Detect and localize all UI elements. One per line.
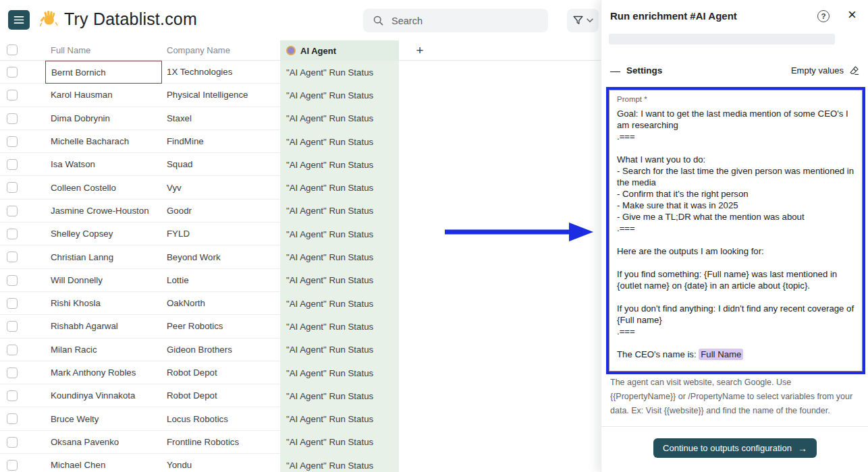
continue-button[interactable]: Continue to outputs configuration →: [653, 438, 817, 458]
company-name-cell[interactable]: Staxel: [162, 107, 280, 130]
full-name-cell[interactable]: Koundinya Vinnakota: [45, 384, 162, 407]
full-name-cell[interactable]: Michelle Bacharach: [45, 130, 162, 153]
company-name-cell[interactable]: Beyond Work: [162, 245, 280, 268]
ai-agent-status-cell[interactable]: "AI Agent" Run Status: [280, 130, 399, 153]
full-name-cell[interactable]: Rishi Khosla: [45, 292, 162, 315]
company-name-cell[interactable]: 1X Technologies: [162, 61, 280, 84]
full-name-cell[interactable]: Karol Hausman: [45, 84, 162, 107]
company-name-cell[interactable]: Yondu: [162, 454, 280, 472]
full-name-cell[interactable]: Bernt Bornich: [45, 61, 162, 84]
ai-agent-status-cell[interactable]: "AI Agent" Run Status: [280, 61, 399, 84]
row-checkbox[interactable]: [7, 206, 18, 216]
row-checkbox[interactable]: [7, 113, 18, 124]
full-name-cell[interactable]: Dima Dobrynin: [45, 107, 162, 130]
company-name-cell[interactable]: Robot Depot: [162, 384, 280, 407]
full-name-cell[interactable]: Rishabh Agarwal: [45, 315, 162, 338]
ai-agent-status-cell[interactable]: "AI Agent" Run Status: [280, 292, 399, 315]
row-checkbox[interactable]: [7, 298, 18, 309]
ai-agent-status-cell[interactable]: "AI Agent" Run Status: [280, 361, 399, 384]
table-row[interactable]: Mark Anthony Robles Robot Depot "AI Agen…: [0, 361, 601, 384]
full-name-cell[interactable]: Shelley Copsey: [45, 223, 162, 245]
row-checkbox[interactable]: [7, 90, 18, 100]
full-name-cell[interactable]: Mark Anthony Robles: [45, 361, 162, 384]
company-name-cell[interactable]: Physical Intelligence: [162, 84, 280, 107]
row-checkbox[interactable]: [7, 229, 18, 239]
table-row[interactable]: Milan Racic Gideon Brothers "AI Agent" R…: [0, 338, 601, 361]
full-name-cell[interactable]: Jasmine Crowe-Houston: [45, 200, 162, 223]
table-row[interactable]: Colleen Costello Vyv "AI Agent" Run Stat…: [0, 176, 601, 199]
ai-agent-status-cell[interactable]: "AI Agent" Run Status: [280, 384, 399, 407]
company-name-cell[interactable]: Frontline Robotics: [162, 431, 280, 454]
company-name-cell[interactable]: Gideon Brothers: [162, 338, 280, 361]
prompt-text[interactable]: Goal: I want to get the last media menti…: [617, 108, 855, 374]
full-name-cell[interactable]: Isa Watson: [45, 153, 162, 176]
company-name-cell[interactable]: FindMine: [162, 130, 280, 153]
ai-agent-status-cell[interactable]: "AI Agent" Run Status: [280, 269, 399, 292]
ai-agent-status-cell[interactable]: "AI Agent" Run Status: [280, 176, 399, 199]
ai-agent-status-cell[interactable]: "AI Agent" Run Status: [280, 338, 399, 361]
table-row[interactable]: Michael Chen Yondu "AI Agent" Run Status: [0, 454, 601, 472]
table-row[interactable]: Oksana Pavenko Frontline Robotics "AI Ag…: [0, 431, 601, 454]
table-row[interactable]: Dima Dobrynin Staxel "AI Agent" Run Stat…: [0, 107, 601, 130]
table-row[interactable]: Michelle Bacharach FindMine "AI Agent" R…: [0, 130, 601, 153]
table-row[interactable]: Bernt Bornich 1X Technologies "AI Agent"…: [0, 61, 601, 84]
table-row[interactable]: Isa Watson Squad "AI Agent" Run Status: [0, 153, 601, 176]
row-checkbox[interactable]: [7, 136, 18, 147]
menu-button[interactable]: [8, 10, 30, 30]
company-name-cell[interactable]: Lottie: [162, 269, 280, 292]
eraser-icon[interactable]: [848, 65, 860, 76]
ai-agent-status-cell[interactable]: "AI Agent" Run Status: [280, 107, 399, 130]
full-name-cell[interactable]: Bruce Welty: [45, 407, 162, 430]
company-name-cell[interactable]: Squad: [162, 153, 280, 176]
table-row[interactable]: Rishi Khosla OakNorth "AI Agent" Run Sta…: [0, 292, 601, 315]
company-name-cell[interactable]: Robot Depot: [162, 361, 280, 384]
company-name-cell[interactable]: OakNorth: [162, 292, 280, 315]
full-name-cell[interactable]: Oksana Pavenko: [45, 431, 162, 454]
row-checkbox[interactable]: [7, 413, 18, 424]
row-checkbox[interactable]: [7, 252, 18, 262]
row-checkbox[interactable]: [7, 321, 18, 332]
help-icon[interactable]: ?: [817, 10, 830, 22]
company-name-cell[interactable]: Locus Robotics: [162, 407, 280, 430]
company-name-cell[interactable]: Peer Robotics: [162, 315, 280, 338]
row-checkbox[interactable]: [7, 159, 18, 170]
select-all-checkbox[interactable]: [7, 45, 18, 55]
table-row[interactable]: Rishabh Agarwal Peer Robotics "AI Agent"…: [0, 315, 601, 338]
close-icon[interactable]: ×: [845, 6, 859, 24]
row-checkbox[interactable]: [7, 390, 18, 401]
filter-button[interactable]: [567, 9, 599, 32]
table-row[interactable]: Koundinya Vinnakota Robot Depot "AI Agen…: [0, 384, 601, 407]
full-name-cell[interactable]: Will Donnelly: [45, 269, 162, 292]
ai-agent-status-cell[interactable]: "AI Agent" Run Status: [280, 200, 399, 223]
row-checkbox[interactable]: [7, 182, 18, 193]
row-checkbox[interactable]: [7, 275, 18, 286]
full-name-cell[interactable]: Michael Chen: [45, 454, 162, 472]
full-name-cell[interactable]: Colleen Costello: [45, 176, 162, 199]
search-input[interactable]: Search: [363, 9, 548, 32]
empty-values-button[interactable]: Empty values: [791, 65, 844, 76]
prompt-field[interactable]: Prompt * Goal: I want to get the last me…: [606, 87, 865, 374]
row-checkbox[interactable]: [7, 460, 18, 471]
table-row[interactable]: Karol Hausman Physical Intelligence "AI …: [0, 84, 601, 107]
column-header-company-name[interactable]: Company Name: [167, 45, 230, 55]
ai-agent-status-cell[interactable]: "AI Agent" Run Status: [280, 431, 399, 454]
row-checkbox[interactable]: [7, 345, 18, 355]
row-checkbox[interactable]: [7, 367, 18, 378]
ai-agent-status-cell[interactable]: "AI Agent" Run Status: [280, 315, 399, 338]
ai-agent-status-cell[interactable]: "AI Agent" Run Status: [280, 454, 399, 472]
table-row[interactable]: Jasmine Crowe-Houston Goodr "AI Agent" R…: [0, 200, 601, 223]
column-header-ai-agent[interactable]: AI Agent: [280, 40, 399, 61]
company-name-cell[interactable]: Vyv: [162, 176, 280, 199]
row-checkbox[interactable]: [7, 67, 18, 78]
table-row[interactable]: Bruce Welty Locus Robotics "AI Agent" Ru…: [0, 407, 601, 430]
full-name-cell[interactable]: Christian Lanng: [45, 245, 162, 268]
company-name-cell[interactable]: FYLD: [162, 223, 280, 245]
table-row[interactable]: Will Donnelly Lottie "AI Agent" Run Stat…: [0, 269, 601, 292]
row-checkbox[interactable]: [7, 437, 18, 448]
ai-agent-status-cell[interactable]: "AI Agent" Run Status: [280, 153, 399, 176]
column-header-full-name[interactable]: Full Name: [51, 45, 90, 55]
ai-agent-status-cell[interactable]: "AI Agent" Run Status: [280, 407, 399, 430]
ai-agent-status-cell[interactable]: "AI Agent" Run Status: [280, 84, 399, 107]
table-row[interactable]: Christian Lanng Beyond Work "AI Agent" R…: [0, 245, 601, 268]
add-column-button[interactable]: +: [410, 41, 429, 60]
